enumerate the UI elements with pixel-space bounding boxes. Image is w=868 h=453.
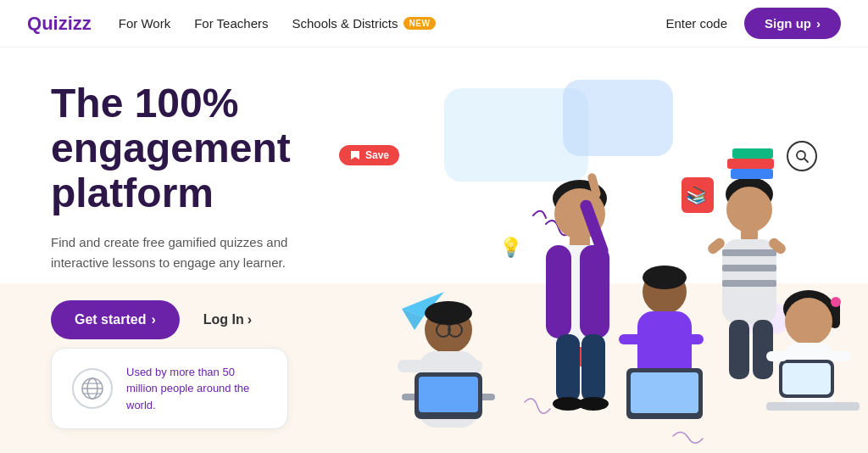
svg-rect-55 [727, 159, 774, 169]
svg-rect-51 [722, 249, 776, 256]
svg-point-63 [785, 298, 832, 345]
svg-rect-33 [580, 245, 609, 338]
svg-line-6 [804, 159, 808, 162]
svg-rect-45 [619, 334, 643, 344]
nav-links: For Work For Teachers Schools & District… [119, 16, 666, 31]
enter-code-button[interactable]: Enter code [665, 16, 727, 31]
navbar: Quizizz For Work For Teachers Schools & … [0, 0, 868, 48]
svg-rect-37 [581, 334, 605, 402]
svg-text:💡: 💡 [499, 236, 523, 259]
svg-rect-66 [766, 402, 860, 411]
svg-point-41 [643, 266, 687, 289]
svg-rect-53 [722, 280, 776, 287]
save-badge[interactable]: Save [339, 145, 399, 165]
nav-link-for-work[interactable]: For Work [119, 16, 170, 31]
search-icon[interactable] [787, 141, 817, 171]
svg-point-64 [831, 297, 841, 307]
svg-rect-60 [753, 320, 773, 379]
save-label: Save [365, 149, 389, 161]
svg-rect-44 [631, 372, 698, 413]
signup-button[interactable]: Sign up › [744, 8, 841, 39]
svg-rect-46 [680, 334, 704, 344]
svg-point-39 [578, 397, 609, 411]
svg-rect-52 [722, 265, 776, 271]
new-badge: NEW [403, 17, 437, 30]
hero-content: The 100% engagement platform Find and cr… [51, 81, 407, 339]
get-started-button[interactable]: Get started › [51, 300, 180, 339]
nav-link-for-teachers[interactable]: For Teachers [194, 16, 268, 31]
svg-point-21 [425, 301, 472, 325]
svg-text:📚: 📚 [686, 185, 707, 205]
svg-rect-24 [457, 360, 482, 372]
svg-rect-23 [398, 360, 423, 372]
logo-text: Quizizz [27, 13, 92, 35]
svg-rect-70 [830, 351, 851, 361]
hero-subtitle: Find and create free gamified quizzes an… [51, 232, 322, 273]
stats-text: Used by more than 50 million people arou… [126, 364, 267, 414]
hero-section: The 100% engagement platform Find and cr… [0, 48, 868, 453]
nav-link-schools[interactable]: Schools & Districts NEW [292, 16, 436, 31]
svg-rect-54 [731, 169, 773, 179]
svg-point-48 [726, 187, 772, 232]
svg-rect-59 [729, 320, 749, 379]
svg-rect-68 [782, 363, 831, 394]
svg-rect-36 [556, 334, 580, 402]
hero-actions: Get started › Log In › [51, 300, 407, 339]
hero-illustration: 💡 📚 ? [376, 71, 868, 453]
stats-card: Used by more than 50 million people arou… [51, 348, 288, 430]
svg-rect-32 [546, 245, 571, 338]
logo[interactable]: Quizizz [27, 13, 92, 35]
svg-rect-27 [419, 377, 478, 412]
globe-icon [72, 368, 113, 409]
login-link[interactable]: Log In › [203, 312, 252, 327]
svg-rect-69 [766, 351, 787, 361]
nav-right: Enter code Sign up › [665, 8, 841, 39]
svg-rect-56 [732, 148, 773, 159]
